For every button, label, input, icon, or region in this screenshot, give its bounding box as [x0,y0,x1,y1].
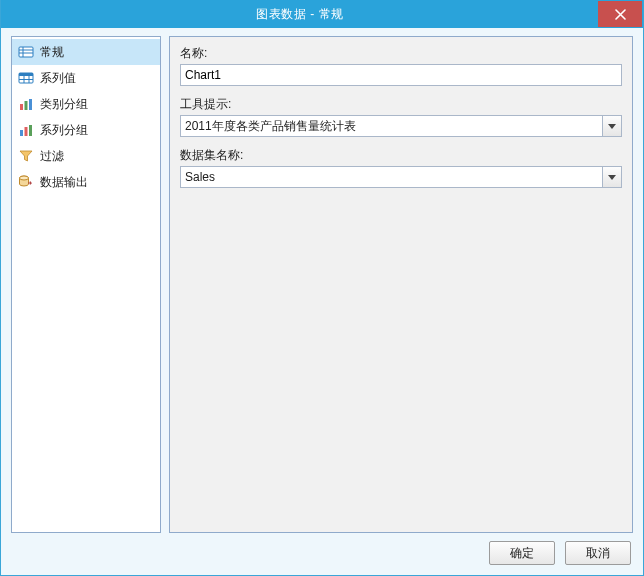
chevron-down-icon [608,124,616,129]
chevron-down-icon [608,175,616,180]
tooltip-combo[interactable]: 2011年度各类产品销售量统计表 [180,115,622,137]
svg-rect-12 [20,130,23,136]
tooltip-label: 工具提示: [180,96,622,113]
sidebar-item-label: 数据输出 [40,174,88,191]
svg-rect-9 [20,104,23,110]
dialog-footer: 确定 取消 [1,533,643,575]
sidebar-item-label: 系列分组 [40,122,88,139]
sidebar-item-label: 过滤 [40,148,64,165]
sidebar-item-series-values[interactable]: 系列值 [12,65,160,91]
sidebar-item-label: 系列值 [40,70,76,87]
dialog-body: 常规 系列值 [1,28,643,533]
sidebar-item-filters[interactable]: 过滤 [12,143,160,169]
ok-button[interactable]: 确定 [489,541,555,565]
svg-rect-10 [25,101,28,110]
svg-point-16 [20,176,29,180]
sidebar-item-label: 常规 [40,44,64,61]
dataset-combo-button[interactable] [602,167,621,187]
sidebar-item-category-groups[interactable]: 类别分组 [12,91,160,117]
svg-rect-11 [29,99,32,110]
tooltip-combo-button[interactable] [602,116,621,136]
sidebar-item-series-groups[interactable]: 系列分组 [12,117,160,143]
cancel-button[interactable]: 取消 [565,541,631,565]
window-title: 图表数据 - 常规 [2,1,598,27]
dataset-combo-value: Sales [181,167,602,187]
name-label: 名称: [180,45,622,62]
name-input[interactable] [180,64,622,86]
sidebar: 常规 系列值 [11,36,161,533]
close-button[interactable] [598,1,642,27]
series-values-icon [18,70,34,86]
dataset-combo[interactable]: Sales [180,166,622,188]
svg-rect-13 [25,127,28,136]
data-output-icon [18,174,34,190]
title-bar: 图表数据 - 常规 [1,0,643,28]
category-groups-icon [18,96,34,112]
dialog-window: 图表数据 - 常规 常规 [0,0,644,576]
close-icon [615,9,626,20]
svg-rect-0 [19,47,33,57]
svg-rect-5 [19,73,33,76]
sidebar-item-data-output[interactable]: 数据输出 [12,169,160,195]
sidebar-item-label: 类别分组 [40,96,88,113]
series-groups-icon [18,122,34,138]
filter-icon [18,148,34,164]
svg-rect-14 [29,125,32,136]
general-icon [18,44,34,60]
dataset-label: 数据集名称: [180,147,622,164]
sidebar-item-general[interactable]: 常规 [12,39,160,65]
main-panel: 名称: 工具提示: 2011年度各类产品销售量统计表 数据集名称: Sales [169,36,633,533]
tooltip-combo-value: 2011年度各类产品销售量统计表 [181,116,602,136]
